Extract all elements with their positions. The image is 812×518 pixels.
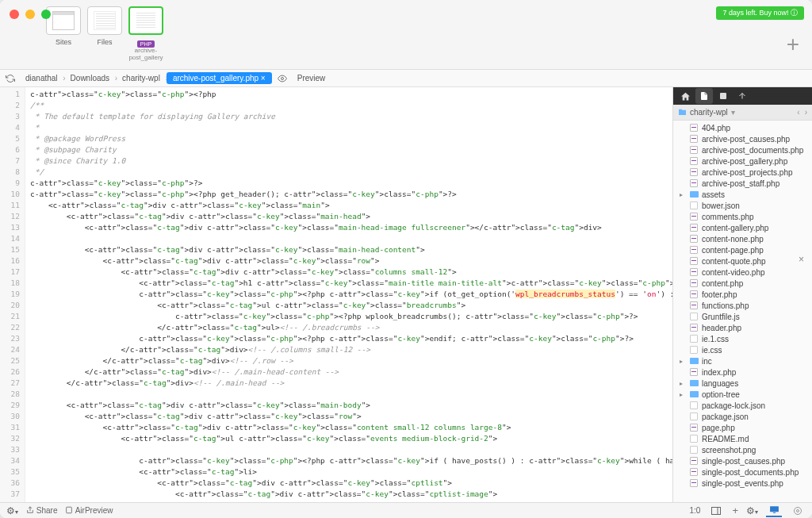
file-name-label: Gruntfile.js — [702, 313, 740, 321]
file-item[interactable]: package.json — [673, 411, 812, 422]
file-item[interactable]: 404.php — [673, 122, 812, 133]
file-name-label: single-post_documents.php — [702, 468, 799, 477]
project-header[interactable]: charity-wpl ▾ ‹ › — [673, 105, 812, 121]
file-name-label: 404.php — [702, 124, 730, 132]
minimize-window-button[interactable] — [25, 10, 35, 19]
share-button[interactable]: Share — [26, 506, 57, 515]
publish-icon[interactable] — [714, 88, 732, 104]
file-item[interactable]: ie.1.css — [673, 333, 812, 344]
file-item[interactable]: single-post_documents.php — [673, 466, 812, 478]
file-name-label: footer.php — [702, 290, 737, 299]
php-icon — [689, 290, 699, 299]
gear-icon[interactable]: ⚙︎▾ — [6, 505, 18, 516]
cursor-position: 1:0 — [690, 506, 701, 515]
file-item[interactable]: header.php — [673, 322, 812, 333]
refresh-icon[interactable] — [5, 73, 16, 84]
php-icon — [689, 423, 699, 432]
airpreview-button[interactable]: AirPreview — [65, 506, 113, 515]
add-icon[interactable]: + — [732, 505, 738, 516]
close-window-button[interactable] — [10, 10, 19, 19]
breadcrumb-item[interactable]: dianathal — [19, 74, 64, 82]
breadcrumb-preview[interactable]: Preview — [291, 74, 332, 82]
file-item[interactable]: page.php — [673, 422, 812, 433]
file-name-label: header.php — [702, 324, 741, 332]
php-icon — [689, 278, 699, 288]
folder-item[interactable]: ▸assets — [673, 189, 812, 200]
tab-current-file[interactable]: PHP archive-post_gallery — [127, 6, 165, 62]
folder-icon — [689, 389, 699, 399]
breadcrumb-close-icon[interactable]: × — [799, 254, 804, 265]
folder-icon — [678, 108, 687, 117]
file-item[interactable]: single-post_events.php — [673, 478, 812, 489]
file-name-label: single-post_events.php — [702, 479, 783, 488]
file-item[interactable]: comments.php — [673, 211, 812, 222]
file-item[interactable]: content-quote.php — [673, 255, 812, 267]
folder-icon — [689, 378, 699, 388]
file-item[interactable]: archive-post_documents.php — [673, 144, 812, 155]
file-tree[interactable]: 404.phparchive-post_causes.phparchive-po… — [673, 121, 812, 502]
gear-icon-2[interactable]: ⚙︎▾ — [746, 505, 758, 516]
file-item[interactable]: content-gallery.php — [673, 222, 812, 233]
upload-icon[interactable] — [733, 88, 751, 104]
folder-icon — [689, 356, 699, 366]
svg-rect-1 — [720, 93, 726, 99]
generic-icon — [689, 201, 699, 210]
svg-point-8 — [797, 509, 799, 512]
file-item[interactable]: footer.php — [673, 289, 812, 300]
file-item[interactable]: archive-post_staff.php — [673, 178, 812, 189]
file-name-label: content-none.php — [702, 235, 764, 244]
file-item[interactable]: archive-post_projects.php — [673, 167, 812, 178]
file-item[interactable]: index.php — [673, 366, 812, 378]
code-editor[interactable]: 1234567891011121314151617181920212223242… — [0, 87, 672, 502]
target-icon[interactable] — [790, 505, 806, 517]
add-tab-button[interactable]: + — [787, 32, 799, 57]
file-item[interactable]: content-video.php — [673, 267, 812, 278]
file-item[interactable]: bower.json — [673, 200, 812, 211]
file-item[interactable]: Gruntfile.js — [673, 311, 812, 322]
breadcrumb-current[interactable]: archive-post_gallery.php × — [167, 72, 272, 84]
file-item[interactable]: content.php — [673, 278, 812, 289]
nav-forward-icon[interactable]: › — [805, 108, 807, 117]
php-icon — [689, 467, 699, 477]
file-item[interactable]: content-none.php — [673, 233, 812, 244]
code-content[interactable]: c-attr">class="c-key">class="c-php"><?ph… — [25, 87, 672, 502]
home-icon[interactable] — [676, 88, 694, 104]
window-controls — [10, 10, 51, 19]
folder-item[interactable]: ▸inc — [673, 355, 812, 366]
nav-back-icon[interactable]: ‹ — [797, 108, 799, 117]
folder-icon — [689, 190, 699, 199]
file-item[interactable]: archive-post_causes.php — [673, 133, 812, 144]
trial-buy-badge[interactable]: 7 days left. Buy now! ⓘ — [716, 6, 804, 20]
file-name-label: single-post_causes.php — [702, 457, 785, 466]
php-icon — [689, 301, 699, 310]
monitor-icon[interactable] — [766, 505, 782, 517]
file-item[interactable]: single-post_causes.php — [673, 455, 812, 466]
svg-rect-5 — [770, 506, 779, 512]
file-item[interactable]: screenshot.png — [673, 444, 812, 455]
file-name-label: archive-post_staff.php — [702, 179, 779, 188]
app-window: Sites Files PHP archive-post_gallery + 7… — [0, 0, 812, 518]
titlebar: Sites Files PHP archive-post_gallery + 7… — [0, 0, 812, 70]
tab-files[interactable]: Files — [86, 6, 124, 62]
file-item[interactable]: package-lock.json — [673, 400, 812, 411]
file-item[interactable]: content-page.php — [673, 244, 812, 255]
file-item[interactable]: archive-post_gallery.php — [673, 155, 812, 167]
php-icon — [689, 478, 699, 488]
php-icon — [689, 178, 699, 188]
file-name-label: screenshot.png — [702, 446, 756, 455]
breadcrumb-item[interactable]: Downloads — [64, 74, 116, 82]
file-item[interactable]: functions.php — [673, 300, 812, 311]
folder-item[interactable]: ▸languages — [673, 378, 812, 389]
maximize-window-button[interactable] — [41, 10, 51, 19]
breadcrumb-item[interactable]: charity-wpl — [116, 74, 167, 82]
file-name-label: archive-post_projects.php — [702, 168, 793, 177]
file-name-label: inc — [702, 357, 712, 366]
folder-item[interactable]: ▸option-tree — [673, 389, 812, 400]
file-name-label: archive-post_causes.php — [702, 135, 790, 144]
file-sidebar: charity-wpl ▾ ‹ › 404.phparchive-post_ca… — [672, 87, 812, 502]
php-icon — [689, 212, 699, 221]
sidebar-toggle-icon[interactable] — [708, 505, 724, 517]
file-item[interactable]: README.md — [673, 433, 812, 444]
files-icon[interactable] — [695, 88, 713, 104]
file-item[interactable]: ie.css — [673, 344, 812, 355]
